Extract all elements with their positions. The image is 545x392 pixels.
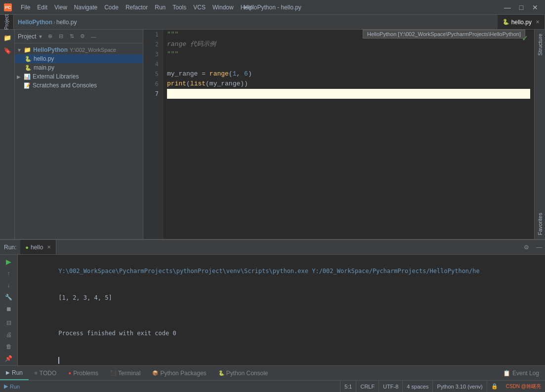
window-title: HelloPython - hello.py [244, 4, 301, 11]
main-file-icon: 🐍 [25, 65, 32, 71]
status-lock[interactable]: 🔒 [487, 381, 502, 392]
run-wrench-btn[interactable]: 🔧 [2, 292, 15, 302]
watermark: CSDN @韩曙亮 [502, 383, 545, 390]
output-line-2: [1, 2, 3, 4, 5] [23, 284, 540, 311]
close-button[interactable]: ✕ [529, 3, 541, 12]
file-tab-hello[interactable]: 🐍 hello.py ✕ [498, 15, 545, 29]
tree-root[interactable]: ▼ 📁 HelloPython Y:\002_WorkSpace [15, 45, 143, 54]
todo-icon: ≡ [35, 370, 38, 376]
event-log-btn[interactable]: 📋 Event Log [497, 368, 545, 379]
problems-tab-label: Problems [73, 370, 98, 377]
status-python[interactable]: Python 3.10 (venv) [432, 381, 486, 392]
main-file-label: main.py [34, 64, 54, 71]
status-indent[interactable]: 4 spaces [402, 381, 432, 392]
menu-vcs[interactable]: VCS [190, 3, 209, 12]
title-bar: PC File Edit View Navigate Code Refactor… [0, 0, 545, 15]
tab-run[interactable]: ▶ Run [0, 366, 29, 380]
editor-content: 1 2 3 4 5 6 7 """ range 代码示例 """ my_rang… [143, 30, 534, 239]
right-vertical-tabs: Structure Favorites [534, 30, 545, 239]
pycharm-logo: PC [4, 3, 12, 11]
menu-file[interactable]: File [18, 3, 33, 12]
run-print-btn[interactable]: 🖨 [2, 330, 15, 340]
status-run-label: Run [10, 384, 20, 390]
run-tab-name: hello [31, 244, 43, 251]
menu-view[interactable]: View [51, 3, 70, 12]
project-side-tab[interactable]: Project [4, 14, 9, 30]
status-run-btn[interactable]: ▶ Run [0, 381, 24, 392]
menu-run[interactable]: Run [152, 3, 168, 12]
line-num-1: 1 [155, 30, 159, 39]
favorites-tab[interactable]: Favorites [536, 209, 544, 239]
status-encoding[interactable]: UTF-8 [378, 381, 402, 392]
sidebar-folder-icon[interactable]: 📁 [1, 32, 13, 43]
line-num-2: 2 [155, 39, 159, 49]
run-stop-btn[interactable]: ⏹ [2, 304, 15, 314]
packages-tab-label: Python Packages [160, 370, 206, 377]
terminal-icon: ⬛ [110, 370, 116, 376]
tree-item-hello[interactable]: 🐍 hello.py [15, 54, 143, 63]
menu-tools[interactable]: Tools [169, 3, 189, 12]
run-delete-btn[interactable]: 🗑 [2, 342, 15, 352]
code-line-4 [167, 59, 530, 69]
minimize-button[interactable]: — [502, 3, 513, 12]
problems-icon: ● [68, 370, 71, 376]
settings-btn[interactable]: ⚙ [78, 32, 87, 41]
print-icon: 🖨 [6, 331, 12, 338]
window-controls: — □ ✕ [502, 3, 541, 12]
menu-window[interactable]: Window [210, 3, 237, 12]
status-run-icon: ▶ [4, 383, 8, 390]
sidebar-bookmark-icon[interactable]: 🔖 [1, 44, 13, 56]
tab-problems[interactable]: ● Problems [62, 366, 104, 380]
project-tree-header: Project ▾ ⊕ ⊟ ⇅ ⚙ — [15, 30, 143, 43]
breadcrumb-project: HelloPython [18, 19, 52, 26]
collapse-all-btn[interactable]: ⊟ [56, 32, 66, 41]
output-line-4: Process finished with exit code 0 [23, 320, 540, 347]
tab-bar: Project HelloPython › hello.py 🐍 hello.p… [0, 15, 545, 30]
menu-edit[interactable]: Edit [34, 3, 50, 12]
tree-item-scratches[interactable]: 📝 Scratches and Consoles [15, 81, 143, 90]
main-layout: Project HelloPython › hello.py 🐍 hello.p… [0, 15, 545, 392]
code-line-7 [167, 89, 530, 99]
external-lib-label: External Libraries [33, 73, 79, 80]
structure-tab[interactable]: Structure [536, 30, 544, 60]
run-pin-btn[interactable]: 📌 [2, 353, 15, 363]
tree-item-main[interactable]: 🐍 main.py [15, 63, 143, 72]
run-sidebar: ▶ ↑ ↓ 🔧 ⏹ ⊟ 🖨 [0, 255, 18, 365]
output-success-text: Process finished with exit code 0 [58, 330, 176, 337]
menu-code[interactable]: Code [101, 3, 122, 12]
run-down-btn[interactable]: ↓ [2, 280, 15, 290]
run-play-btn[interactable]: ▶ [2, 257, 15, 267]
maximize-button[interactable]: □ [515, 3, 527, 12]
tab-python-console[interactable]: 🐍 Python Console [212, 366, 274, 380]
editor-wrapper: 1 2 3 4 5 6 7 """ range 代码示例 """ my_rang… [143, 30, 534, 239]
menu-navigate[interactable]: Navigate [71, 3, 100, 12]
packages-icon: 📦 [152, 370, 158, 376]
sidebar-panel: 📁 🔖 [0, 30, 15, 239]
close-tree-btn[interactable]: — [88, 32, 98, 41]
status-line-ending[interactable]: CRLF [356, 381, 378, 392]
tab-terminal[interactable]: ⬛ Terminal [104, 366, 146, 380]
console-icon: 🐍 [218, 370, 224, 376]
run-layout-btn[interactable]: ⊟ [2, 318, 15, 328]
tree-item-external[interactable]: ▶ 📊 External Libraries [15, 72, 143, 81]
run-settings-btn[interactable]: ⚙ [520, 244, 533, 251]
tab-python-packages[interactable]: 📦 Python Packages [146, 366, 212, 380]
line-num-3: 3 [155, 49, 159, 59]
menu-refactor[interactable]: Refactor [123, 3, 151, 12]
status-position[interactable]: 5:1 [340, 381, 356, 392]
run-tab-close[interactable]: ✕ [47, 244, 51, 250]
run-tab-label: Run [12, 369, 23, 376]
tab-todo[interactable]: ≡ TODO [29, 366, 62, 380]
locate-file-btn[interactable]: ⊕ [45, 32, 55, 41]
file-tab-close[interactable]: ✕ [536, 19, 540, 25]
root-label: HelloPython [33, 46, 68, 53]
output-line-3 [23, 311, 540, 320]
run-up-btn[interactable]: ↑ [2, 269, 15, 278]
run-tab-hello[interactable]: ● hello ✕ [20, 240, 56, 254]
code-line-3: """ [167, 49, 530, 59]
delete-icon: 🗑 [6, 343, 12, 350]
todo-tab-label: TODO [40, 370, 56, 377]
sort-btn[interactable]: ⇅ [67, 32, 77, 41]
run-minimize-btn[interactable]: — [533, 244, 545, 251]
code-editor[interactable]: """ range 代码示例 """ my_range = range(1, 6… [163, 30, 534, 239]
